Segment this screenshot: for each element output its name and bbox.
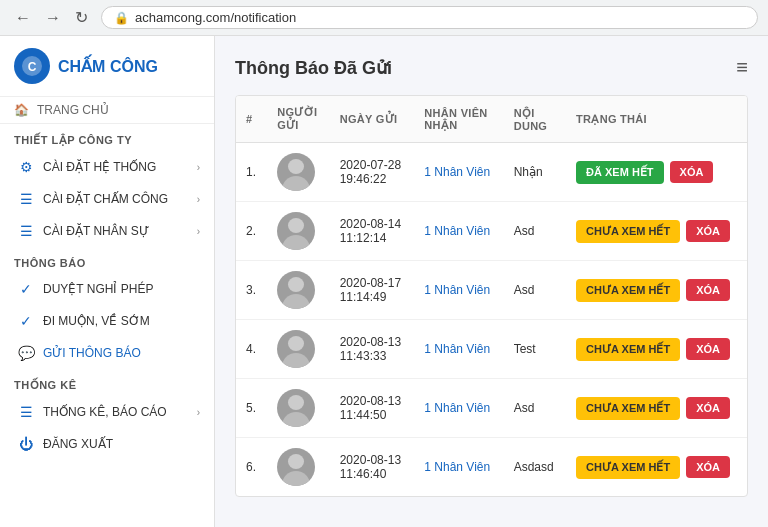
status-button[interactable]: CHƯA XEM HẾT (576, 338, 680, 361)
home-icon: 🏠 (14, 103, 29, 117)
cell-noi-dung: Asdasd (504, 438, 566, 497)
xoa-button[interactable]: XÓA (686, 279, 730, 301)
cell-index: 6. (236, 438, 267, 497)
cell-noi-dung: Asd (504, 261, 566, 320)
cai-dat-nhan-su-label: CÀI ĐẶT NHÂN SỰ (43, 224, 149, 238)
col-trang-thai: TRẠNG THÁI (566, 96, 747, 143)
notifications-table: # NGƯỜIGỬI NGÀY GỬI NHÂN VIÊNNHẬN NỘIDUN… (235, 95, 748, 497)
col-nguoi-gui: NGƯỜIGỬI (267, 96, 329, 143)
nhan-vien-link[interactable]: 1 Nhân Viên (424, 342, 490, 356)
cell-nhan-vien[interactable]: 1 Nhân Viên (414, 379, 503, 438)
col-ngay-gui: NGÀY GỬI (330, 96, 415, 143)
sidebar-item-duyet-nghi-phep[interactable]: ✓ DUYỆT NGHỈ PHÉP (0, 273, 214, 305)
refresh-button[interactable]: ↻ (70, 6, 93, 29)
status-button[interactable]: CHƯA XEM HẾT (576, 279, 680, 302)
cell-index: 5. (236, 379, 267, 438)
lock-icon: 🔒 (114, 11, 129, 25)
cell-index: 1. (236, 143, 267, 202)
xoa-button[interactable]: XÓA (686, 456, 730, 478)
status-button[interactable]: CHƯA XEM HẾT (576, 456, 680, 479)
cell-trang-thai: CHƯA XEM HẾT XÓA (566, 438, 747, 497)
cell-ngay-gui: 2020-08-13 11:44:50 (330, 379, 415, 438)
nhan-vien-link[interactable]: 1 Nhân Viên (424, 460, 490, 474)
sidebar-item-thong-ke[interactable]: ☰ THỐNG KÊ, BÁO CÁO › (0, 396, 214, 428)
main-content: Thông Báo Đã Gửi ≡ # NGƯỜIGỬI NGÀY GỬI N… (215, 36, 768, 527)
xoa-button[interactable]: XÓA (686, 397, 730, 419)
table-row: 4. 2020-08-13 11:43:33 1 Nhân Viên Test … (236, 320, 747, 379)
table-row: 5. 2020-08-13 11:44:50 1 Nhân Viên Asd C… (236, 379, 747, 438)
status-button[interactable]: CHƯA XEM HẾT (576, 220, 680, 243)
person-icon: ☰ (17, 223, 35, 239)
thong-ke-label: THỐNG KÊ, BÁO CÁO (43, 405, 167, 419)
col-nhan-vien: NHÂN VIÊNNHẬN (414, 96, 503, 143)
check-icon: ✓ (17, 281, 35, 297)
sidebar-item-trang-chu[interactable]: 🏠 TRANG CHỦ (0, 97, 214, 124)
cell-nhan-vien[interactable]: 1 Nhân Viên (414, 320, 503, 379)
nhan-vien-link[interactable]: 1 Nhân Viên (424, 165, 490, 179)
cell-noi-dung: Asd (504, 379, 566, 438)
col-noi-dung: NỘIDUNG (504, 96, 566, 143)
cell-nhan-vien[interactable]: 1 Nhân Viên (414, 202, 503, 261)
nhan-vien-link[interactable]: 1 Nhân Viên (424, 283, 490, 297)
xoa-button[interactable]: XÓA (686, 338, 730, 360)
duyet-nghi-phep-label: DUYỆT NGHỈ PHÉP (43, 282, 153, 296)
status-button[interactable]: ĐÃ XEM HẾT (576, 161, 664, 184)
cai-dat-cham-cong-label: CÀI ĐẶT CHẤM CÔNG (43, 192, 168, 206)
dang-xuat-label: ĐĂNG XUẤT (43, 437, 113, 451)
cell-trang-thai: ĐÃ XEM HẾT XÓA (566, 143, 747, 202)
cell-nhan-vien[interactable]: 1 Nhân Viên (414, 438, 503, 497)
clock-icon: ✓ (17, 313, 35, 329)
sidebar-section-thiet-lap: THIẾT LẬP CÔNG TY (0, 124, 214, 151)
cell-noi-dung: Nhận (504, 143, 566, 202)
address-bar[interactable]: 🔒 achamcong.com/notification (101, 6, 758, 29)
arrow-icon-2: › (197, 194, 200, 205)
sidebar-section-thong-bao: THÔNG BÁO (0, 247, 214, 273)
hamburger-menu[interactable]: ≡ (736, 56, 748, 79)
cell-ngay-gui: 2020-08-14 11:12:14 (330, 202, 415, 261)
status-button[interactable]: CHƯA XEM HẾT (576, 397, 680, 420)
cell-noi-dung: Asd (504, 202, 566, 261)
checklist-icon: ☰ (17, 191, 35, 207)
back-button[interactable]: ← (10, 6, 36, 29)
cell-index: 4. (236, 320, 267, 379)
table-header: # NGƯỜIGỬI NGÀY GỬI NHÂN VIÊNNHẬN NỘIDUN… (236, 96, 747, 143)
page-title: Thông Báo Đã Gửi (235, 57, 392, 79)
cell-trang-thai: CHƯA XEM HẾT XÓA (566, 202, 747, 261)
message-icon: 💬 (17, 345, 35, 361)
sidebar-item-cai-dat-cham-cong[interactable]: ☰ CÀI ĐẶT CHẤM CÔNG › (0, 183, 214, 215)
svg-text:C: C (28, 60, 37, 74)
sidebar-item-dang-xuat[interactable]: ⏻ ĐĂNG XUẤT (0, 428, 214, 460)
xoa-button[interactable]: XÓA (686, 220, 730, 242)
xoa-button[interactable]: XÓA (670, 161, 714, 183)
sidebar-item-gui-thong-bao[interactable]: 💬 GỬI THÔNG BÁO (0, 337, 214, 369)
di-muon-label: ĐI MUỘN, VỀ SỚM (43, 314, 150, 328)
browser-navigation[interactable]: ← → ↻ (10, 6, 93, 29)
url-text: achamcong.com/notification (135, 10, 296, 25)
cell-nhan-vien[interactable]: 1 Nhân Viên (414, 261, 503, 320)
cell-ngay-gui: 2020-07-28 19:46:22 (330, 143, 415, 202)
settings-icon: ⚙ (17, 159, 35, 175)
cell-index: 3. (236, 261, 267, 320)
cell-index: 2. (236, 202, 267, 261)
cell-avatar (267, 261, 329, 320)
arrow-icon-4: › (197, 407, 200, 418)
sidebar-item-cai-dat-nhan-su[interactable]: ☰ CÀI ĐẶT NHÂN SỰ › (0, 215, 214, 247)
cell-avatar (267, 143, 329, 202)
sidebar-logo: C CHẤM CÔNG (0, 36, 214, 97)
nhan-vien-link[interactable]: 1 Nhân Viên (424, 401, 490, 415)
cell-avatar (267, 438, 329, 497)
gui-thong-bao-label: GỬI THÔNG BÁO (43, 346, 141, 360)
sidebar-section-thong-ke: THỐNG KÊ (0, 369, 214, 396)
trang-chu-label: TRANG CHỦ (37, 103, 109, 117)
sidebar: C CHẤM CÔNG 🏠 TRANG CHỦ THIẾT LẬP CÔNG T… (0, 36, 215, 527)
nhan-vien-link[interactable]: 1 Nhân Viên (424, 224, 490, 238)
sidebar-item-cai-dat-he-thong[interactable]: ⚙ CÀI ĐẶT HỆ THỐNG › (0, 151, 214, 183)
table-row: 2. 2020-08-14 11:12:14 1 Nhân Viên Asd C… (236, 202, 747, 261)
cell-avatar (267, 320, 329, 379)
logo-text: CHẤM CÔNG (58, 57, 158, 76)
cell-avatar (267, 379, 329, 438)
cell-trang-thai: CHƯA XEM HẾT XÓA (566, 320, 747, 379)
forward-button[interactable]: → (40, 6, 66, 29)
sidebar-item-di-muon[interactable]: ✓ ĐI MUỘN, VỀ SỚM (0, 305, 214, 337)
cell-nhan-vien[interactable]: 1 Nhân Viên (414, 143, 503, 202)
